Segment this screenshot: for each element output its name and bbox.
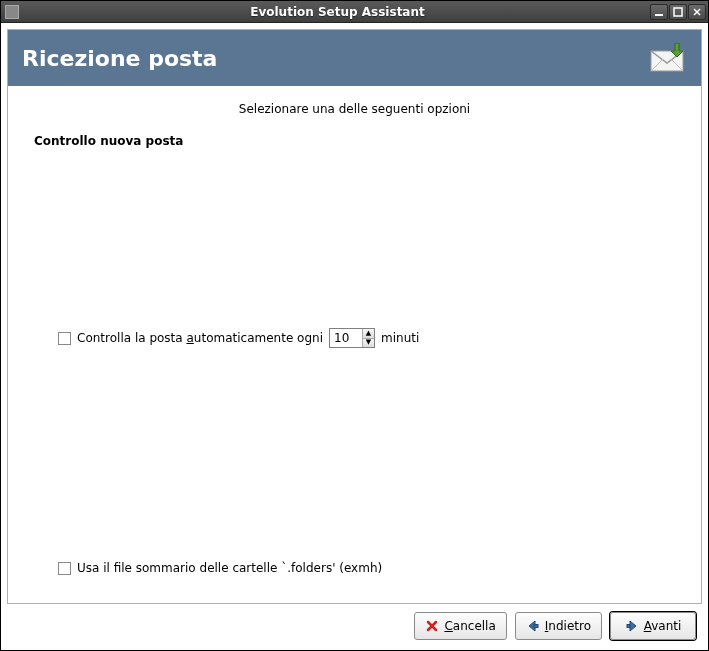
- minimize-button[interactable]: [650, 4, 668, 20]
- folders-summary-row: Usa il file sommario delle cartelle `.fo…: [58, 561, 675, 575]
- close-icon: [692, 7, 702, 17]
- client-area: Ricezione posta Selezionare una delle se…: [1, 23, 708, 650]
- interval-input[interactable]: [330, 329, 362, 347]
- auto-check-row: Controlla la posta automaticamente ogni …: [58, 328, 675, 348]
- instruction-text: Selezionare una delle seguenti opzioni: [34, 102, 675, 116]
- titlebar: Evolution Setup Assistant: [1, 1, 708, 23]
- back-label: Indietro: [545, 619, 591, 633]
- app-icon: [5, 5, 19, 19]
- maximize-button[interactable]: [669, 4, 687, 20]
- spin-up-button[interactable]: ▲: [363, 329, 374, 338]
- auto-check-checkbox[interactable]: [58, 332, 71, 345]
- interval-unit: minuti: [381, 331, 419, 345]
- cancel-icon: [425, 619, 439, 633]
- mail-receive-icon: [647, 43, 687, 73]
- auto-check-label: Controlla la posta automaticamente ogni: [77, 331, 323, 345]
- window-controls: [650, 4, 706, 20]
- arrow-left-icon: [526, 619, 540, 633]
- window: Evolution Setup Assistant Ricezione post…: [0, 0, 709, 651]
- arrow-right-icon: [625, 619, 639, 633]
- maximize-icon: [673, 7, 683, 17]
- folders-summary-label: Usa il file sommario delle cartelle `.fo…: [77, 561, 382, 575]
- close-button[interactable]: [688, 4, 706, 20]
- next-button[interactable]: Avanti: [610, 612, 696, 640]
- section-heading: Controllo nuova posta: [34, 134, 675, 148]
- minimize-icon: [654, 7, 664, 17]
- svg-rect-1: [674, 8, 682, 16]
- svg-rect-3: [534, 625, 538, 628]
- window-title: Evolution Setup Assistant: [25, 5, 650, 19]
- wizard-panel: Ricezione posta Selezionare una delle se…: [7, 29, 702, 604]
- wizard-header: Ricezione posta: [8, 30, 701, 86]
- button-bar: Cancella Indietro Avanti: [7, 604, 702, 644]
- next-label: Avanti: [644, 619, 682, 633]
- content-area: Selezionare una delle seguenti opzioni C…: [8, 86, 701, 603]
- svg-rect-0: [655, 14, 663, 16]
- back-button[interactable]: Indietro: [515, 612, 602, 640]
- options-area: Controlla la posta automaticamente ogni …: [34, 158, 675, 583]
- cancel-button[interactable]: Cancella: [414, 612, 506, 640]
- interval-spinner: ▲ ▼: [329, 328, 375, 348]
- folders-summary-checkbox[interactable]: [58, 562, 71, 575]
- cancel-label: Cancella: [444, 619, 495, 633]
- page-title: Ricezione posta: [22, 46, 647, 71]
- spin-down-button[interactable]: ▼: [363, 338, 374, 348]
